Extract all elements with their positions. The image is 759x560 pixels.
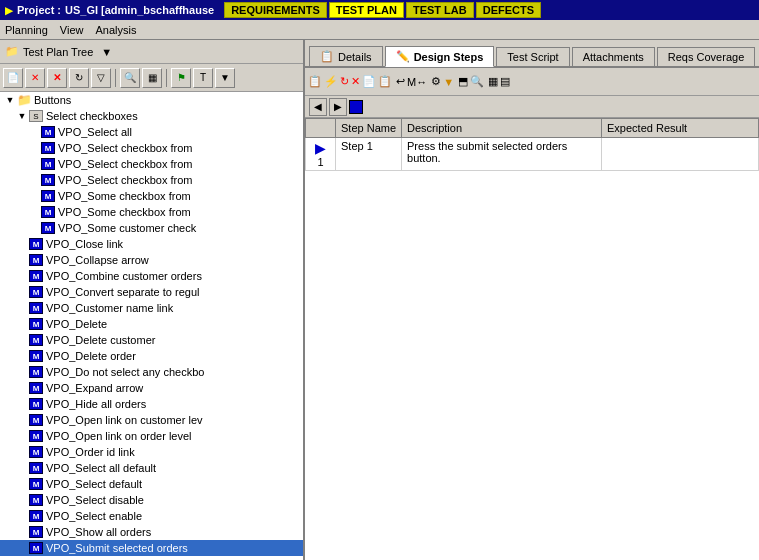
tree-item-vpo-submit[interactable]: M VPO_Submit selected orders — [0, 540, 303, 556]
col-header-step-name[interactable]: Step Name — [336, 119, 402, 138]
tab-bar: 📋 Details ✏️ Design Steps Test Script At… — [305, 40, 759, 68]
list-item[interactable]: M VPO_Hide all orders — [0, 396, 303, 412]
rc-btn6[interactable]: ↩ — [396, 75, 405, 88]
toolbar-delete2-btn[interactable]: ✕ — [47, 68, 67, 88]
rc-btn5[interactable]: 📋 — [378, 75, 392, 88]
rc-btn2[interactable]: ⚡ — [324, 75, 338, 88]
rc-btn-delete[interactable]: ✕ — [351, 75, 360, 88]
test-icon: M — [28, 477, 44, 491]
list-item[interactable]: M VPO_Select checkbox from — [0, 156, 303, 172]
tab-defects[interactable]: DEFECTS — [476, 2, 541, 18]
tree-item-label: VPO_Customer name link — [46, 302, 173, 314]
toolbar-flag-btn[interactable]: ⚑ — [171, 68, 191, 88]
list-item[interactable]: M VPO_Select disable — [0, 492, 303, 508]
expand-icon[interactable]: ▼ — [4, 95, 16, 105]
list-item[interactable]: M VPO_Combine customer orders — [0, 268, 303, 284]
list-item[interactable]: M VPO_Select enable — [0, 508, 303, 524]
tree-item-label: VPO_Some customer check — [58, 222, 196, 234]
list-item[interactable]: M VPO_Select checkbox from — [0, 172, 303, 188]
toolbar-filter-btn[interactable]: ▽ — [91, 68, 111, 88]
tab-attachments[interactable]: Attachments — [572, 47, 655, 66]
tree-item-select-checkboxes[interactable]: ▼ S Select checkboxes — [0, 108, 303, 124]
test-icon: M — [28, 301, 44, 315]
step-description-cell[interactable]: Press the submit selected orders button. — [402, 138, 602, 171]
tab-details[interactable]: 📋 Details — [309, 46, 383, 66]
menu-planning[interactable]: Planning — [5, 24, 48, 36]
step-expected-result-cell[interactable] — [602, 138, 759, 171]
toolbar-dropdown-btn[interactable]: ▼ — [215, 68, 235, 88]
rc-btn10[interactable]: ⬒ — [458, 75, 468, 88]
rc-btn12[interactable]: ▦ — [488, 75, 498, 88]
toolbar-refresh-btn[interactable]: ↻ — [69, 68, 89, 88]
list-item[interactable]: M VPO_Customer name link — [0, 300, 303, 316]
test-icon: M — [28, 365, 44, 379]
rc-btn9[interactable]: ▼ — [443, 76, 454, 88]
tab-design-steps[interactable]: ✏️ Design Steps — [385, 46, 495, 67]
tree-area[interactable]: ▼ 📁 Buttons ▼ S Select checkboxes M VPO_… — [0, 92, 303, 560]
list-item[interactable]: M VPO_Collapse arrow — [0, 252, 303, 268]
list-item[interactable]: M VPO_Do not select any checkbo — [0, 364, 303, 380]
steps-table: Step Name Description Expected Result ▶ … — [305, 118, 759, 171]
list-item[interactable]: M VPO_Delete order — [0, 348, 303, 364]
list-item[interactable]: M VPO_Delete customer — [0, 332, 303, 348]
tab-test-lab[interactable]: TEST LAB — [406, 2, 474, 18]
table-area[interactable]: Step Name Description Expected Result ▶ … — [305, 118, 759, 560]
design-steps-tab-icon: ✏️ — [396, 50, 410, 63]
step-name-cell[interactable]: Step 1 — [336, 138, 402, 171]
list-item[interactable]: M VPO_Select default — [0, 476, 303, 492]
list-item[interactable]: M VPO_Delete — [0, 316, 303, 332]
tree-item-label: VPO_Select enable — [46, 510, 142, 522]
rc-btn4[interactable]: 📄 — [362, 75, 376, 88]
test-icon: M — [28, 445, 44, 459]
rc-btn8[interactable]: ⚙ — [431, 75, 441, 88]
list-item[interactable]: M VPO_Some checkbox from — [0, 188, 303, 204]
tree-item-vpo-select-all[interactable]: M VPO_Select all — [0, 124, 303, 140]
title-nav: REQUIREMENTS TEST PLAN TEST LAB DEFECTS — [224, 2, 541, 18]
tree-header-label: Test Plan Tree — [23, 46, 93, 58]
toolbar-text-btn[interactable]: T — [193, 68, 213, 88]
nav-next-btn[interactable]: ▶ — [329, 98, 347, 116]
rc-btn7[interactable]: M↔ — [407, 76, 427, 88]
list-item[interactable]: M VPO_Order id link — [0, 444, 303, 460]
menu-analysis[interactable]: Analysis — [95, 24, 136, 36]
tab-requirements[interactable]: REQUIREMENTS — [224, 2, 327, 18]
tab-test-script[interactable]: Test Script — [496, 47, 569, 66]
list-item[interactable]: M VPO_Close link — [0, 236, 303, 252]
rc-btn11[interactable]: 🔍 — [470, 75, 484, 88]
rc-btn1[interactable]: 📋 — [308, 75, 322, 88]
list-item[interactable]: M VPO_Open link on customer lev — [0, 412, 303, 428]
test-icon: M — [28, 525, 44, 539]
toolbar-search-btn[interactable]: 🔍 — [120, 68, 140, 88]
tree-item-label: VPO_Combine customer orders — [46, 270, 202, 282]
nav-prev-btn[interactable]: ◀ — [309, 98, 327, 116]
list-item[interactable]: M VPO_Select all default — [0, 460, 303, 476]
list-item[interactable]: M VPO_Some customer check — [0, 220, 303, 236]
rc-btn13[interactable]: ▤ — [500, 75, 510, 88]
tab-reqs-coverage[interactable]: Reqs Coverage — [657, 47, 755, 66]
test-icon: M — [40, 125, 56, 139]
expand-icon[interactable]: ▼ — [16, 111, 28, 121]
toolbar-sep1 — [115, 69, 116, 87]
tree-item-label: VPO_Some checkbox from — [58, 206, 191, 218]
menu-view[interactable]: View — [60, 24, 84, 36]
toolbar-grid-btn[interactable]: ▦ — [142, 68, 162, 88]
list-item[interactable]: M VPO_Some checkbox from — [0, 204, 303, 220]
list-item[interactable]: M VPO_Open link on order level — [0, 428, 303, 444]
tree-folder-icon: 📁 — [5, 45, 19, 58]
rc-btn3[interactable]: ↻ — [340, 75, 349, 88]
toolbar-new-btn[interactable]: 📄 — [3, 68, 23, 88]
toolbar-delete-btn[interactable]: ✕ — [25, 68, 45, 88]
tree-header: 📁 Test Plan Tree ▼ — [0, 40, 303, 64]
list-item[interactable]: M VPO_Select checkbox from — [0, 140, 303, 156]
list-item[interactable]: M VPO_Expand arrow — [0, 380, 303, 396]
test-icon: M — [28, 285, 44, 299]
tree-item-buttons[interactable]: ▼ 📁 Buttons — [0, 92, 303, 108]
col-header-expected-result[interactable]: Expected Result — [602, 119, 759, 138]
tab-test-plan[interactable]: TEST PLAN — [329, 2, 404, 18]
step-indicator — [349, 100, 363, 114]
tree-dropdown-icon[interactable]: ▼ — [101, 46, 112, 58]
list-item[interactable]: M VPO_Show all orders — [0, 524, 303, 540]
nav-row: ◀ ▶ — [305, 96, 759, 118]
list-item[interactable]: M VPO_Convert separate to regul — [0, 284, 303, 300]
col-header-description[interactable]: Description — [402, 119, 602, 138]
